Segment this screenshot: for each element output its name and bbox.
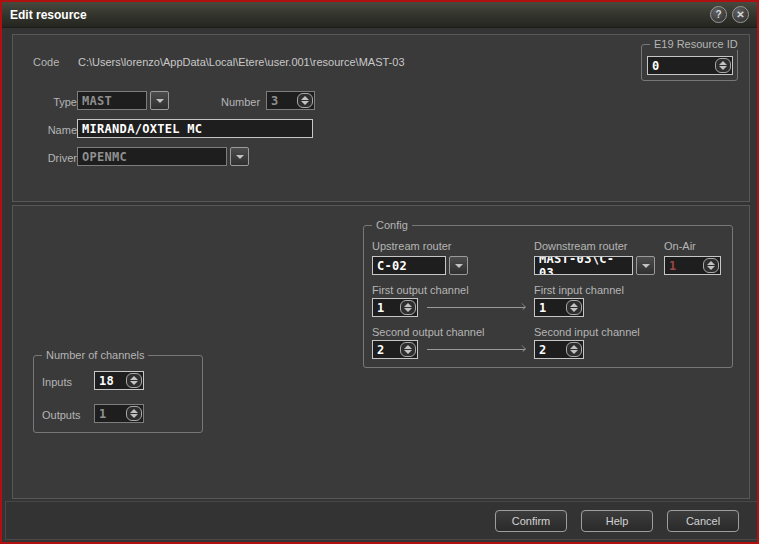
number-value: 3 [271, 94, 279, 108]
inputs-stepper[interactable] [126, 373, 142, 388]
type-dropdown-arrow-icon[interactable] [150, 91, 169, 110]
downstream-router-arrow-icon[interactable] [636, 256, 655, 275]
config-group-label: Config [372, 219, 412, 231]
downstream-router-dropdown[interactable]: MAST-03\C-03 [534, 256, 655, 275]
on-air-spinner[interactable]: 1 [664, 256, 721, 275]
number-label: Number [221, 96, 260, 108]
outputs-value: 1 [99, 407, 107, 421]
cancel-button[interactable]: Cancel [667, 510, 739, 532]
driver-label: Driver [35, 152, 77, 164]
second-input-channel-label: Second input channel [534, 326, 640, 338]
e19-resource-id-group: E19 Resource ID 0 [641, 44, 738, 81]
type-dropdown[interactable]: MAST [77, 91, 169, 110]
number-of-channels-group: Number of channels Inputs 18 Outputs 1 [33, 355, 203, 433]
driver-value: OPENMC [77, 147, 227, 166]
type-value: MAST [77, 91, 147, 110]
config-panel: Config Upstream router C-02 Downstream r… [12, 205, 750, 499]
inputs-label: Inputs [42, 376, 72, 388]
driver-dropdown[interactable]: OPENMC [77, 147, 249, 166]
help-icon[interactable]: ? [710, 6, 727, 23]
button-bar: Confirm Help Cancel [5, 501, 758, 540]
second-output-channel-value: 2 [377, 343, 385, 357]
number-stepper[interactable] [297, 93, 313, 108]
on-air-label: On-Air [664, 240, 696, 252]
first-output-stepper[interactable] [400, 300, 416, 315]
name-label: Name [35, 124, 77, 136]
second-channel-arrow-icon [427, 349, 525, 350]
config-group: Config Upstream router C-02 Downstream r… [363, 225, 733, 368]
first-channel-arrow-icon [427, 307, 525, 308]
resource-form-panel: Code C:\Users\lorenzo\AppData\Local\Eter… [12, 34, 750, 202]
first-output-channel-spinner[interactable]: 1 [372, 298, 418, 317]
first-input-channel-label: First input channel [534, 284, 624, 296]
upstream-router-value: C-02 [372, 256, 446, 275]
help-button[interactable]: Help [581, 510, 653, 532]
second-input-stepper[interactable] [566, 342, 582, 357]
driver-dropdown-arrow-icon[interactable] [230, 147, 249, 166]
upstream-router-label: Upstream router [372, 240, 451, 252]
upstream-router-arrow-icon[interactable] [449, 256, 468, 275]
type-label: Type [47, 96, 77, 108]
code-label: Code [33, 56, 59, 68]
window-title: Edit resource [10, 8, 87, 22]
second-output-channel-label: Second output channel [372, 326, 485, 338]
second-output-stepper[interactable] [400, 342, 416, 357]
edit-resource-dialog: Edit resource ? ✕ Code C:\Users\lorenzo\… [0, 0, 759, 544]
second-input-channel-value: 2 [539, 343, 547, 357]
downstream-router-label: Downstream router [534, 240, 628, 252]
on-air-stepper[interactable] [703, 258, 719, 273]
inputs-value: 18 [99, 374, 114, 388]
first-input-channel-spinner[interactable]: 1 [534, 298, 584, 317]
second-output-channel-spinner[interactable]: 2 [372, 340, 418, 359]
upstream-router-dropdown[interactable]: C-02 [372, 256, 468, 275]
channels-group-label: Number of channels [42, 349, 148, 361]
first-input-stepper[interactable] [566, 300, 582, 315]
close-icon[interactable]: ✕ [732, 6, 749, 23]
downstream-router-value: MAST-03\C-03 [534, 256, 633, 275]
e19-stepper[interactable] [715, 58, 731, 73]
code-path: C:\Users\lorenzo\AppData\Local\Etere\use… [78, 56, 405, 68]
first-input-channel-value: 1 [539, 301, 547, 315]
name-value: MIRANDA/OXTEL MC [82, 122, 202, 136]
name-input[interactable]: MIRANDA/OXTEL MC [77, 119, 313, 138]
outputs-spinner[interactable]: 1 [94, 404, 144, 423]
e19-group-label: E19 Resource ID [650, 38, 742, 50]
titlebar[interactable]: Edit resource ? ✕ [2, 2, 757, 28]
on-air-value: 1 [669, 259, 677, 273]
outputs-stepper[interactable] [126, 406, 142, 421]
e19-resource-id-spinner[interactable]: 0 [647, 56, 733, 75]
number-spinner[interactable]: 3 [266, 91, 315, 110]
e19-resource-id-value: 0 [652, 59, 660, 73]
outputs-label: Outputs [42, 409, 81, 421]
inputs-spinner[interactable]: 18 [94, 371, 144, 390]
first-output-channel-label: First output channel [372, 284, 469, 296]
confirm-button[interactable]: Confirm [495, 510, 567, 532]
first-output-channel-value: 1 [377, 301, 385, 315]
second-input-channel-spinner[interactable]: 2 [534, 340, 584, 359]
